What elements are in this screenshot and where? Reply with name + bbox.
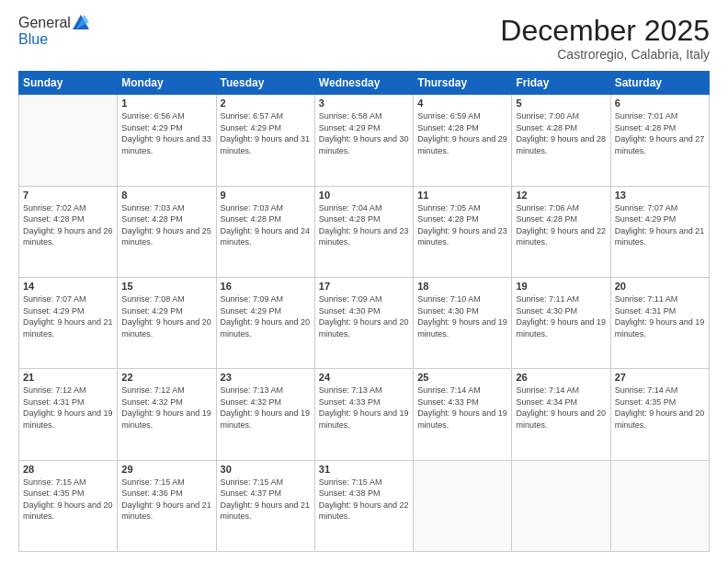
day-info: Sunrise: 7:14 AMSunset: 4:33 PMDaylight:… <box>417 385 507 431</box>
day-info: Sunrise: 7:13 AMSunset: 4:32 PMDaylight:… <box>221 385 311 431</box>
day-info: Sunrise: 7:14 AMSunset: 4:34 PMDaylight:… <box>516 385 606 431</box>
day-number: 17 <box>319 281 409 292</box>
day-info: Sunrise: 6:56 AMSunset: 4:29 PMDaylight:… <box>121 110 211 156</box>
day-number: 18 <box>417 281 507 292</box>
day-info: Sunrise: 6:58 AMSunset: 4:29 PMDaylight:… <box>319 110 409 156</box>
day-info: Sunrise: 7:13 AMSunset: 4:33 PMDaylight:… <box>319 385 409 431</box>
calendar-cell: 28Sunrise: 7:15 AMSunset: 4:35 PMDayligh… <box>19 460 118 551</box>
logo-general-text: General <box>18 15 71 31</box>
day-number: 16 <box>221 281 311 292</box>
day-info: Sunrise: 7:02 AMSunset: 4:28 PMDaylight:… <box>23 202 113 248</box>
header: General Blue December 2025 Castroregio, … <box>18 15 710 62</box>
calendar-cell <box>414 460 512 551</box>
calendar-cell: 15Sunrise: 7:08 AMSunset: 4:29 PMDayligh… <box>118 277 216 368</box>
day-number: 23 <box>221 372 311 383</box>
day-number: 12 <box>516 190 606 201</box>
calendar-header-friday: Friday <box>512 72 610 95</box>
day-info: Sunrise: 7:06 AMSunset: 4:28 PMDaylight:… <box>516 202 606 248</box>
day-info: Sunrise: 7:09 AMSunset: 4:29 PMDaylight:… <box>221 293 311 339</box>
calendar-cell: 8Sunrise: 7:03 AMSunset: 4:28 PMDaylight… <box>118 186 216 277</box>
day-info: Sunrise: 7:12 AMSunset: 4:31 PMDaylight:… <box>23 385 113 431</box>
calendar-cell: 17Sunrise: 7:09 AMSunset: 4:30 PMDayligh… <box>314 277 413 368</box>
day-info: Sunrise: 7:04 AMSunset: 4:28 PMDaylight:… <box>319 202 409 248</box>
calendar-cell: 9Sunrise: 7:03 AMSunset: 4:28 PMDaylight… <box>216 186 314 277</box>
calendar-header-wednesday: Wednesday <box>314 72 413 95</box>
calendar-cell: 16Sunrise: 7:09 AMSunset: 4:29 PMDayligh… <box>216 277 314 368</box>
calendar-cell: 26Sunrise: 7:14 AMSunset: 4:34 PMDayligh… <box>512 369 610 460</box>
day-number: 15 <box>121 281 211 292</box>
calendar-cell: 20Sunrise: 7:11 AMSunset: 4:31 PMDayligh… <box>610 277 709 368</box>
calendar-body: 1Sunrise: 6:56 AMSunset: 4:29 PMDaylight… <box>19 95 710 552</box>
day-number: 2 <box>221 98 311 109</box>
calendar-cell: 24Sunrise: 7:13 AMSunset: 4:33 PMDayligh… <box>314 369 413 460</box>
calendar-header-saturday: Saturday <box>610 72 709 95</box>
day-info: Sunrise: 7:11 AMSunset: 4:30 PMDaylight:… <box>516 293 606 339</box>
calendar-cell: 11Sunrise: 7:05 AMSunset: 4:28 PMDayligh… <box>414 186 512 277</box>
day-number: 26 <box>516 372 606 383</box>
day-info: Sunrise: 7:12 AMSunset: 4:32 PMDaylight:… <box>121 385 211 431</box>
calendar-cell: 30Sunrise: 7:15 AMSunset: 4:37 PMDayligh… <box>216 460 314 551</box>
day-info: Sunrise: 7:03 AMSunset: 4:28 PMDaylight:… <box>121 202 211 248</box>
day-number: 30 <box>221 464 311 475</box>
logo-blue-text: Blue <box>18 31 48 47</box>
calendar-cell: 4Sunrise: 6:59 AMSunset: 4:28 PMDaylight… <box>414 95 512 186</box>
calendar-cell: 23Sunrise: 7:13 AMSunset: 4:32 PMDayligh… <box>216 369 314 460</box>
calendar-cell: 12Sunrise: 7:06 AMSunset: 4:28 PMDayligh… <box>512 186 610 277</box>
day-number: 22 <box>121 372 211 383</box>
calendar-cell: 31Sunrise: 7:15 AMSunset: 4:38 PMDayligh… <box>314 460 413 551</box>
day-info: Sunrise: 7:09 AMSunset: 4:30 PMDaylight:… <box>319 293 409 339</box>
calendar-header-tuesday: Tuesday <box>216 72 314 95</box>
calendar-cell: 22Sunrise: 7:12 AMSunset: 4:32 PMDayligh… <box>118 369 216 460</box>
calendar-header-sunday: Sunday <box>19 72 118 95</box>
calendar-cell: 13Sunrise: 7:07 AMSunset: 4:29 PMDayligh… <box>610 186 709 277</box>
calendar-header-thursday: Thursday <box>414 72 512 95</box>
day-number: 10 <box>319 190 409 201</box>
day-number: 19 <box>516 281 606 292</box>
day-number: 11 <box>417 190 507 201</box>
calendar-cell: 2Sunrise: 6:57 AMSunset: 4:29 PMDaylight… <box>216 95 314 186</box>
day-info: Sunrise: 7:07 AMSunset: 4:29 PMDaylight:… <box>23 293 113 339</box>
day-info: Sunrise: 7:08 AMSunset: 4:29 PMDaylight:… <box>121 293 211 339</box>
month-title: December 2025 <box>500 15 710 47</box>
day-number: 13 <box>615 190 705 201</box>
day-info: Sunrise: 7:00 AMSunset: 4:28 PMDaylight:… <box>516 110 606 156</box>
calendar-week-2: 14Sunrise: 7:07 AMSunset: 4:29 PMDayligh… <box>19 277 710 368</box>
day-info: Sunrise: 6:59 AMSunset: 4:28 PMDaylight:… <box>417 110 507 156</box>
calendar-week-0: 1Sunrise: 6:56 AMSunset: 4:29 PMDaylight… <box>19 95 710 186</box>
day-number: 25 <box>417 372 507 383</box>
day-number: 21 <box>23 372 113 383</box>
day-info: Sunrise: 7:14 AMSunset: 4:35 PMDaylight:… <box>615 385 705 431</box>
calendar-cell <box>610 460 709 551</box>
day-number: 8 <box>121 190 211 201</box>
day-number: 27 <box>615 372 705 383</box>
calendar-cell: 7Sunrise: 7:02 AMSunset: 4:28 PMDaylight… <box>19 186 118 277</box>
day-info: Sunrise: 7:10 AMSunset: 4:30 PMDaylight:… <box>417 293 507 339</box>
calendar-cell: 19Sunrise: 7:11 AMSunset: 4:30 PMDayligh… <box>512 277 610 368</box>
day-number: 24 <box>319 372 409 383</box>
day-number: 7 <box>23 190 113 201</box>
calendar-week-4: 28Sunrise: 7:15 AMSunset: 4:35 PMDayligh… <box>19 460 710 551</box>
calendar-cell: 3Sunrise: 6:58 AMSunset: 4:29 PMDaylight… <box>314 95 413 186</box>
day-info: Sunrise: 7:15 AMSunset: 4:37 PMDaylight:… <box>221 477 311 523</box>
calendar-cell: 1Sunrise: 6:56 AMSunset: 4:29 PMDaylight… <box>118 95 216 186</box>
day-number: 31 <box>319 464 409 475</box>
calendar-cell: 18Sunrise: 7:10 AMSunset: 4:30 PMDayligh… <box>414 277 512 368</box>
calendar-cell: 10Sunrise: 7:04 AMSunset: 4:28 PMDayligh… <box>314 186 413 277</box>
calendar-week-3: 21Sunrise: 7:12 AMSunset: 4:31 PMDayligh… <box>19 369 710 460</box>
calendar-cell: 27Sunrise: 7:14 AMSunset: 4:35 PMDayligh… <box>610 369 709 460</box>
calendar-header-monday: Monday <box>118 72 216 95</box>
calendar-cell: 25Sunrise: 7:14 AMSunset: 4:33 PMDayligh… <box>414 369 512 460</box>
calendar-cell: 29Sunrise: 7:15 AMSunset: 4:36 PMDayligh… <box>118 460 216 551</box>
calendar-cell: 6Sunrise: 7:01 AMSunset: 4:28 PMDaylight… <box>610 95 709 186</box>
day-info: Sunrise: 7:15 AMSunset: 4:38 PMDaylight:… <box>319 477 409 523</box>
day-number: 5 <box>516 98 606 109</box>
location: Castroregio, Calabria, Italy <box>500 47 710 62</box>
day-info: Sunrise: 7:01 AMSunset: 4:28 PMDaylight:… <box>615 110 705 156</box>
logo-icon <box>73 14 89 30</box>
calendar-cell <box>512 460 610 551</box>
calendar-header-row: SundayMondayTuesdayWednesdayThursdayFrid… <box>19 72 710 95</box>
day-number: 3 <box>319 98 409 109</box>
title-block: December 2025 Castroregio, Calabria, Ita… <box>500 15 710 62</box>
day-info: Sunrise: 7:15 AMSunset: 4:36 PMDaylight:… <box>121 477 211 523</box>
day-info: Sunrise: 7:03 AMSunset: 4:28 PMDaylight:… <box>221 202 311 248</box>
